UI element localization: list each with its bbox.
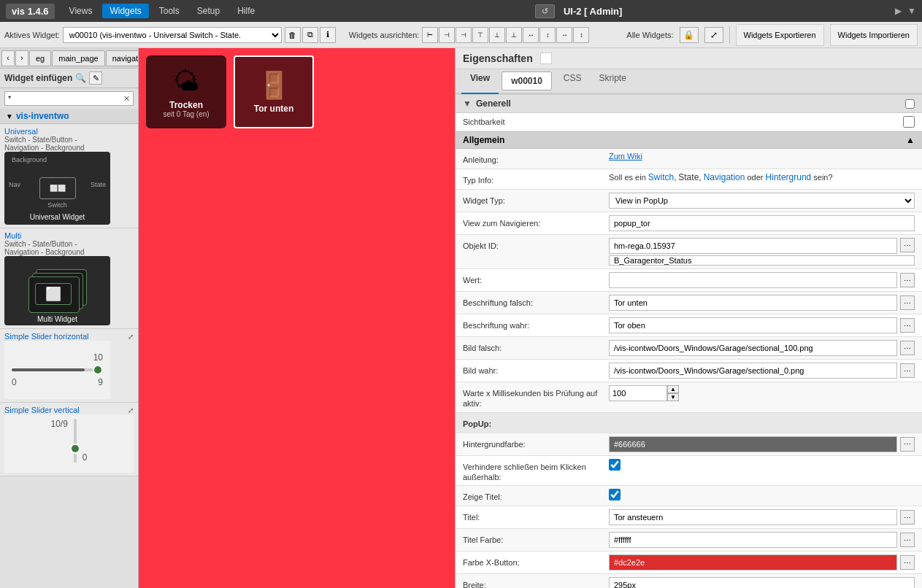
list-item-universal[interactable]: Universal Switch - State/Button - Naviga… [0,124,138,228]
beschr-wahr-input[interactable]: Tor oben [609,317,897,333]
widget-search-icon[interactable]: 🔍 [75,73,86,83]
align-center-v[interactable]: ⊥ [489,27,505,43]
canvas-widget-trocken[interactable]: 🌤 Trocken seit 0 Tag (en) [146,55,226,128]
widget-list: Universal Switch - State/Button - Naviga… [0,124,138,588]
navigation-link[interactable]: Navigation [704,172,745,182]
wert-input[interactable] [609,272,897,288]
objekt-id-browse-btn[interactable]: ⋯ [900,238,915,252]
tab-prev[interactable]: ‹ [1,50,15,66]
menu-views[interactable]: Views [62,4,100,18]
view-nav-input[interactable]: popup_tor [609,215,915,231]
align-right[interactable]: ⊣ [456,27,472,43]
expand-icon[interactable]: ▶ [895,6,902,16]
align-same-w[interactable]: ↔ [556,27,572,43]
tab-css[interactable]: CSS [555,69,591,94]
align-center-h[interactable]: ⊣ [439,27,455,43]
titel-input[interactable]: Tor ansteuern [609,509,897,525]
category-arrow-icon: ▼ [6,112,13,120]
widget-category-header[interactable]: ▼ vis-inventwo [0,109,138,124]
widgets-importieren-button[interactable]: Widgets Importieren [830,24,918,46]
tab-next[interactable]: › [15,50,28,66]
objekt-id-input1[interactable]: hm-rega.0.15937 [609,238,897,254]
search-input[interactable] [8,94,123,103]
tab-view[interactable]: View [461,69,499,94]
generell-section-header[interactable]: ▼ Generell [456,94,922,113]
tab-eg[interactable]: eg [29,50,51,66]
search-close-icon[interactable]: ✕ [123,94,130,104]
prop-row-popup-label: PopUp: [456,413,922,433]
bild-wahr-btn[interactable]: ⋯ [900,363,915,378]
category-name[interactable]: vis-inventwo [16,111,69,121]
widget-insert-panel: Widget einfügen 🔍 ✎ [0,69,138,88]
widgets-exportieren-button[interactable]: Widgets Exportieren [736,24,824,46]
ui-title: UI-2 [ Admin] [564,6,622,17]
slider-h-preview: 10 0 9 [4,341,110,399]
hintergrund-link[interactable]: Hintergrund [766,172,812,182]
menu-hilfe[interactable]: Hilfe [230,4,262,18]
minimize-icon[interactable]: ▼ [907,6,916,16]
hintergrundfarbe-btn[interactable]: ⋯ [900,437,915,452]
align-bottom[interactable]: ⊥ [506,27,522,43]
bild-falsch-input[interactable]: /vis-icontwo/Doors_Windows/Garage/sectio… [609,340,897,356]
back-button[interactable]: ↺ [535,4,555,18]
beschr-wahr-btn[interactable]: ⋯ [900,318,915,333]
tab-skripte[interactable]: Skripte [591,69,635,94]
list-item-slider-v[interactable]: Simple Slider vertical ⤢ 10/9 0 [0,403,138,476]
wert-btn[interactable]: ⋯ [900,273,915,287]
hintergrundfarbe-input[interactable]: #666666 [609,436,897,452]
lock-button[interactable]: 🔒 [680,27,699,43]
warte-up-btn[interactable]: ▲ [667,385,679,393]
tab-main-page[interactable]: main_page [52,50,104,66]
widget-select[interactable]: w00010 (vis-inventwo - Universal Switch … [63,27,282,43]
farbe-x-btn[interactable]: ⋯ [900,555,915,570]
menu-tools[interactable]: Tools [152,4,187,18]
center-canvas[interactable]: 🌤 Trocken seit 0 Tag (en) 🚪 Tor unten [139,48,455,588]
copy-button[interactable]: ⧉ [302,27,318,43]
warte-down-btn[interactable]: ▼ [667,393,679,401]
switch-link[interactable]: Switch [648,172,674,182]
prop-row-bild-wahr: Bild wahr: /vis-icontwo/Doors_Windows/Ga… [456,360,922,382]
verhindere-checkbox[interactable] [609,459,621,471]
beschr-falsch-input[interactable]: Tor unten [609,295,897,311]
tab-navigation[interactable]: navigation [106,50,138,66]
align-left[interactable]: ⊢ [422,27,438,43]
align-top[interactable]: ⊤ [472,27,488,43]
menu-setup[interactable]: Setup [190,4,227,18]
prop-row-beschr-wahr: Beschriftung wahr: Tor oben ⋯ [456,314,922,337]
widget-typ-select[interactable]: View in PopUp [609,193,915,209]
farbe-x-input[interactable]: #dc2e2e [609,554,897,570]
typ-info-label: Typ Info: [463,172,609,185]
breite-input[interactable]: 295px [609,577,915,588]
tor-label: Tor unten [254,104,293,114]
delete-button[interactable]: 🗑 [285,27,301,43]
bild-wahr-input[interactable]: /vis-icontwo/Doors_Windows/Garage/sectio… [609,363,897,379]
list-item-slider-h[interactable]: Simple Slider horizontal ⤢ 10 0 9 [0,329,138,403]
generell-checkbox[interactable] [905,99,915,109]
distribute-h[interactable]: ↔ [523,27,539,43]
zum-wiki-link[interactable]: Zum Wiki [609,152,642,160]
menu-widgets[interactable]: Widgets [102,4,148,18]
distribute-v[interactable]: ↕ [539,27,556,43]
zeige-titel-checkbox[interactable] [609,489,621,500]
view-nav-label: View zum Navigieren: [463,215,609,228]
list-item-multi[interactable]: Multi Switch - State/Button - Navigation… [0,228,138,329]
warte-input[interactable]: 100 [609,385,667,401]
beschr-falsch-btn[interactable]: ⋯ [900,295,915,310]
props-header: Eigenschaften [456,48,922,69]
canvas-widget-tor[interactable]: 🚪 Tor unten [234,55,314,128]
widget-item-name-multi: Multi [4,231,134,240]
slider-v-expand-icon[interactable]: ⤢ [128,406,134,414]
objekt-id-input2[interactable]: B_Garagentor_Status [609,255,915,266]
prop-row-hintergrundfarbe: Hintergrundfarbe: #666666 ⋯ [456,433,922,456]
widget-panel-edit-btn[interactable]: ✎ [89,71,102,85]
align-same-h[interactable]: ↕ [573,27,589,43]
sichtbarkeit-checkbox[interactable] [903,116,915,128]
titel-farbe-input[interactable]: #ffffff [609,532,897,548]
titel-btn[interactable]: ⋯ [900,510,915,525]
bild-falsch-btn[interactable]: ⋯ [900,341,915,355]
info-button[interactable]: ℹ [320,27,336,43]
titel-farbe-btn[interactable]: ⋯ [900,533,915,547]
slider-h-expand-icon[interactable]: ⤢ [128,333,134,341]
allgemein-expand-icon[interactable]: ▲ [906,135,915,145]
external-button[interactable]: ⤢ [704,27,723,43]
